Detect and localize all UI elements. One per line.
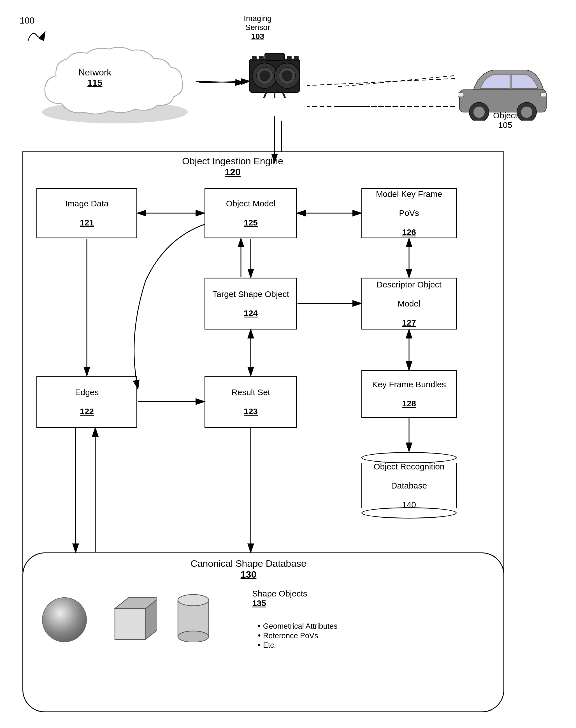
svg-rect-46: [458, 92, 464, 97]
svg-point-52: [178, 631, 209, 642]
svg-rect-30: [265, 53, 284, 60]
ref-number: 100: [20, 16, 34, 26]
image-data-box: Image Data 121: [36, 188, 137, 238]
canonical-db-label: Canonical Shape Database 130: [191, 558, 307, 580]
svg-line-37: [283, 92, 289, 98]
svg-rect-47: [115, 609, 146, 639]
model-key-frame-box: Model Key Frame PoVs 126: [362, 188, 457, 238]
svg-line-20: [336, 76, 454, 87]
engine-label: Object Ingestion Engine 120: [182, 156, 283, 178]
svg-line-71: [307, 79, 455, 85]
diagram: 100 Imaging Sensor 103: [0, 0, 576, 728]
cylinder-shape: [174, 592, 213, 642]
svg-rect-31: [252, 56, 256, 60]
sphere-shape: [42, 597, 87, 642]
svg-rect-33: [287, 56, 291, 60]
bullet-list: Geometrical Attributes Reference PoVs Et…: [258, 621, 337, 650]
bullet-item-1: Geometrical Attributes: [258, 621, 337, 631]
svg-point-42: [473, 107, 485, 118]
svg-point-26: [260, 71, 270, 81]
camera-icon: [244, 42, 306, 107]
svg-line-35: [261, 92, 266, 98]
descriptor-box: Descriptor Object Model 127: [362, 278, 457, 329]
object-recognition-db: Object Recognition Database 140: [362, 452, 457, 519]
network-cloud: Network 115: [28, 45, 196, 125]
svg-point-44: [521, 107, 532, 118]
cube-shape: [107, 592, 157, 642]
object-label: Object 105: [493, 111, 517, 130]
svg-rect-34: [294, 56, 298, 60]
result-set-box: Result Set 123: [204, 376, 297, 428]
svg-line-55: [196, 81, 244, 83]
svg-rect-32: [259, 56, 263, 60]
target-shape-box: Target Shape Object 124: [204, 278, 297, 329]
svg-line-4: [199, 81, 249, 83]
svg-point-51: [178, 594, 209, 606]
bullet-item-2: Reference PoVs: [258, 631, 337, 640]
network-label: Network 115: [79, 67, 111, 88]
shape-objects-label: Shape Objects 135: [252, 589, 307, 608]
svg-point-29: [282, 71, 292, 81]
squiggle-arrow: [25, 27, 48, 44]
svg-rect-45: [541, 92, 546, 97]
bullet-item-3: Etc.: [258, 640, 337, 650]
edges-box: Edges 122: [36, 376, 137, 428]
key-frame-bundles-box: Key Frame Bundles 128: [362, 370, 457, 418]
imaging-sensor-label: Imaging Sensor 103: [244, 14, 272, 41]
object-model-box: Object Model 125: [204, 188, 297, 238]
